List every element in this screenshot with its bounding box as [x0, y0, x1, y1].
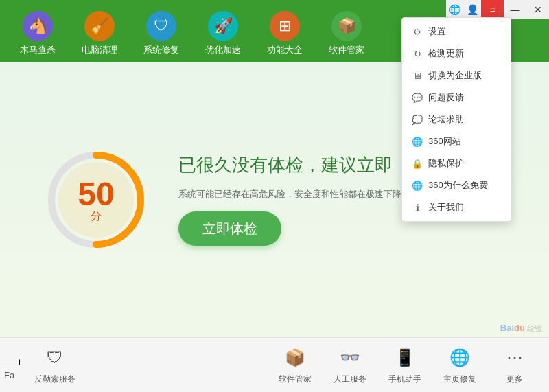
softmgr-icon: 📦	[283, 345, 307, 370]
bounty-label: 反勒索服务	[34, 373, 75, 385]
score-unit: 分	[91, 211, 102, 222]
switch-enterprise-label: 切换为企业版	[428, 69, 482, 82]
menu-item-feedback[interactable]: 💬 问题反馈	[402, 87, 511, 108]
feedback-label: 问题反馈	[428, 91, 464, 104]
window-controls-bar: 🌐 👤 ≡ — ✕	[446, 0, 549, 19]
service-label: 人工服务	[334, 373, 366, 385]
repair-icon: 🛡	[146, 11, 176, 41]
settings-icon: ⚙	[412, 26, 423, 37]
func-icon: ⊞	[270, 11, 300, 41]
why-free-icon: 🌐	[412, 180, 423, 191]
forum-label: 论坛求助	[428, 113, 464, 126]
about-icon: ℹ	[412, 202, 423, 213]
bottom-item-homepage[interactable]: 🌐 主页修复	[432, 341, 487, 389]
mobile-icon: 📱	[393, 345, 417, 370]
globe-icon: 🌐	[446, 0, 464, 19]
settings-label: 设置	[428, 25, 446, 38]
why-free-label: 360为什么免费	[428, 179, 488, 192]
website-icon: 🌐	[412, 136, 423, 147]
user-icon: 👤	[464, 0, 482, 19]
softmgr-label: 软件管家	[279, 373, 312, 385]
more-label: 更多	[506, 373, 523, 385]
nav-item-soft[interactable]: 📦 软件管家	[316, 8, 377, 60]
menu-item-check-update[interactable]: ↻ 检测更新	[402, 43, 511, 65]
menu-item-switch-enterprise[interactable]: 🖥 切换为企业版	[402, 65, 511, 87]
check-update-label: 检测更新	[428, 47, 464, 60]
bottom-items-right: 📦 软件管家 👓 人工服务 📱 手机助手 🌐 主页修复 ⋯ 更多	[268, 341, 542, 389]
soft-icon: 📦	[331, 11, 362, 41]
menu-item-website[interactable]: 🌐 360网站	[402, 130, 511, 152]
bottom-bar: 🛡 🛡 反勒索服务 📦 软件管家 👓 人工服务 📱 手机助手 🌐 主页修复	[0, 337, 549, 392]
trojan-icon: 🐴	[23, 11, 53, 41]
switch-enterprise-icon: 🖥	[412, 70, 423, 81]
privacy-label: 隐私保护	[428, 157, 464, 170]
score-text: 50 分	[78, 178, 114, 222]
feedback-icon: 💬	[412, 92, 423, 103]
bounty-icon: 🛡	[43, 345, 67, 370]
service-icon: 👓	[338, 345, 362, 370]
bottom-item-bounty[interactable]: 🛡 反勒索服务	[21, 341, 108, 389]
score-circle-container: 50 分	[41, 145, 151, 255]
homepage-icon: 🌐	[447, 345, 472, 370]
minimize-button[interactable]: —	[504, 0, 526, 19]
score-number: 50	[78, 178, 114, 211]
mobile-label: 手机助手	[388, 373, 421, 385]
nav-bar: 🐴 木马查杀 🧹 电脑清理 🛡 系统修复 🚀 优化加速 ⊞ 功能大全 📦 软件管…	[0, 0, 446, 62]
menu-item-privacy[interactable]: 🔒 隐私保护	[402, 152, 511, 174]
close-button[interactable]: ✕	[526, 0, 549, 19]
bottom-item-bounty-inner[interactable]: 🛡 反勒索服务	[27, 341, 82, 389]
about-label: 关于我们	[428, 201, 464, 214]
dropdown-menu: ⚙ 设置 ↻ 检测更新 🖥 切换为企业版 💬 问题反馈 💭 论坛求助 🌐 360…	[401, 17, 511, 222]
nav-label-repair: 系统修复	[143, 44, 179, 56]
menu-item-settings[interactable]: ⚙ 设置	[402, 21, 511, 43]
nav-label-soft: 软件管家	[329, 44, 364, 56]
bottom-left-partial: Ea	[0, 358, 19, 392]
nav-item-repair[interactable]: 🛡 系统修复	[130, 8, 192, 60]
bottom-item-more[interactable]: ⋯ 更多	[487, 341, 542, 389]
menu-item-forum[interactable]: 💭 论坛求助	[402, 108, 511, 130]
nav-item-clean[interactable]: 🧹 电脑清理	[69, 8, 130, 60]
bottom-item-service[interactable]: 👓 人工服务	[323, 341, 377, 389]
nav-label-func: 功能大全	[267, 44, 303, 56]
check-button[interactable]: 立即体检	[178, 211, 281, 246]
speed-icon: 🚀	[208, 11, 238, 41]
menu-item-why-free[interactable]: 🌐 360为什么免费	[402, 174, 511, 196]
menu-item-about[interactable]: ℹ 关于我们	[402, 196, 511, 218]
nav-label-speed: 优化加速	[205, 44, 241, 56]
nav-item-trojan[interactable]: 🐴 木马查杀	[7, 8, 69, 60]
check-update-icon: ↻	[412, 48, 423, 59]
bottom-item-softmgr[interactable]: 📦 软件管家	[268, 341, 323, 389]
nav-label-trojan: 木马查杀	[20, 44, 56, 56]
more-icon: ⋯	[502, 345, 527, 370]
website-label: 360网站	[428, 135, 461, 148]
nav-label-clean: 电脑清理	[82, 44, 117, 56]
clean-icon: 🧹	[84, 11, 115, 41]
privacy-icon: 🔒	[412, 158, 423, 169]
partial-text: Ea	[4, 371, 14, 380]
watermark: Baidu 经验	[500, 323, 542, 334]
homepage-label: 主页修复	[443, 373, 476, 385]
forum-icon: 💭	[412, 114, 423, 125]
bottom-item-mobile[interactable]: 📱 手机助手	[377, 341, 432, 389]
nav-item-func[interactable]: ⊞ 功能大全	[254, 8, 316, 60]
nav-item-speed[interactable]: 🚀 优化加速	[192, 8, 254, 60]
menu-button[interactable]: ≡	[481, 0, 504, 19]
